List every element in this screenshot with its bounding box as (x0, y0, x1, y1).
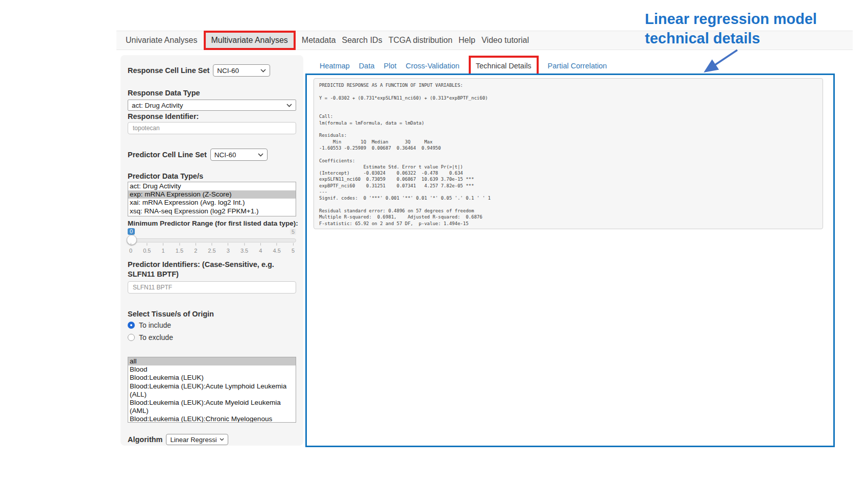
tab-plot[interactable]: Plot (383, 62, 396, 70)
chevron-down-icon (258, 153, 263, 157)
list-item[interactable]: Blood:Leukemia (LEUK):Chronic Myelogenou… (128, 415, 296, 423)
list-item-selected[interactable]: all (128, 357, 296, 365)
radio-label: To exclude (139, 333, 173, 341)
radio-unselected-icon (128, 334, 135, 341)
response-data-type-value: act: Drug Activity (132, 102, 183, 109)
predictor-cell-line-set-label: Predictor Cell Line Set (128, 151, 207, 159)
slider-tick: 3 (227, 243, 230, 255)
algorithm-select[interactable]: Linear Regression (166, 434, 228, 445)
tab-cross-validation[interactable]: Cross-Validation (405, 62, 459, 70)
chevron-down-icon (286, 104, 292, 107)
tab-partial-correlation[interactable]: Partial Correlation (548, 62, 607, 70)
slider-tick: 2 (194, 243, 197, 255)
response-data-type-select[interactable]: act: Drug Activity (128, 100, 296, 111)
annotation-text: Linear regression model technical detail… (645, 9, 818, 48)
slider-tick: 3.5 (240, 243, 248, 255)
tab-technical-details[interactable]: Technical Details (476, 62, 532, 70)
slider-value-badge: 0 (128, 228, 135, 235)
list-item[interactable]: Blood (128, 365, 296, 374)
nav-item-search-ids[interactable]: Search IDs (342, 36, 382, 45)
annotation-line1: Linear regression model (645, 9, 818, 29)
predictor-cell-line-set-select[interactable]: NCI-60 (210, 149, 268, 161)
predictor-identifiers-value: SLFN11 BPTF (133, 284, 172, 291)
regression-output-text: PREDICTED RESPONSE AS A FUNCTION OF INPU… (319, 82, 817, 227)
predictor-identifiers-label: Predictor Identifiers: (Case-Sensitive, … (128, 260, 291, 279)
response-cell-line-set-label: Response Cell Line Set (128, 66, 209, 75)
slider-tick: 4.5 (273, 243, 281, 255)
annotation-arrow-icon (698, 47, 744, 77)
slider-tick: 4 (259, 243, 262, 255)
regression-output-box: PREDICTED RESPONSE AS A FUNCTION OF INPU… (314, 78, 823, 229)
min-predictor-range-label: Minimum Predictor Range (for first liste… (128, 219, 296, 227)
predictor-identifiers-input[interactable]: SLFN11 BPTF (128, 281, 296, 294)
list-item[interactable]: Blood:Leukemia (LEUK):Acute Lymphoid Leu… (128, 382, 296, 399)
list-item[interactable]: act: Drug Activity (128, 182, 296, 190)
response-identifier-label: Response Identifier: (128, 112, 296, 120)
nav-item-tcga-distribution[interactable]: TCGA distribution (389, 36, 452, 45)
results-tab-bar: Heatmap Data Plot Cross-Validation Techn… (314, 56, 607, 76)
slider-tick: 5 (292, 243, 295, 255)
slider-max-label: 5 (290, 229, 296, 235)
response-cell-line-set-select[interactable]: NCI-60 (213, 64, 270, 77)
list-item[interactable]: Blood:Leukemia (LEUK):Acute Myeloid Leuk… (128, 399, 296, 415)
technical-details-panel: PREDICTED RESPONSE AS A FUNCTION OF INPU… (305, 74, 835, 447)
tab-data[interactable]: Data (359, 62, 375, 70)
analysis-settings-sidebar: Response Cell Line Set NCI-60 Response D… (120, 55, 303, 446)
red-highlight-box-nav: Multivariate Analyses (204, 31, 296, 50)
response-cell-line-set-value: NCI-60 (217, 67, 239, 75)
chevron-down-icon (260, 69, 266, 72)
algorithm-value: Linear Regression (170, 436, 216, 444)
list-item[interactable]: Blood:Leukemia (LEUK) (128, 374, 296, 382)
nav-item-metadata[interactable]: Metadata (302, 36, 336, 45)
algorithm-label: Algorithm (128, 435, 162, 444)
tab-heatmap[interactable]: Heatmap (320, 62, 350, 70)
radio-label: To include (139, 321, 171, 329)
page: Univariate Analyses Multivariate Analyse… (0, 0, 868, 488)
slider-tick: 2.5 (208, 243, 215, 255)
response-identifier-input[interactable]: topotecan (128, 122, 296, 134)
nav-item-univariate-analyses[interactable]: Univariate Analyses (126, 36, 198, 45)
slider-track[interactable] (128, 238, 296, 242)
predictor-data-types-label: Predictor Data Type/s (128, 172, 296, 180)
predictor-data-types-listbox: act: Drug Activity exp: mRNA Expression … (128, 182, 296, 216)
slider-grid: 0 0.5 1 1.5 2 2.5 3 3.5 4 4.5 5 (131, 243, 293, 253)
response-data-type-label: Response Data Type (128, 89, 296, 97)
radio-to-exclude[interactable]: To exclude (128, 333, 296, 341)
response-identifier-value: topotecan (133, 125, 160, 132)
nav-item-video-tutorial[interactable]: Video tutorial (481, 36, 529, 45)
red-highlight-box-tab: Technical Details (469, 56, 539, 76)
radio-to-include[interactable]: To include (128, 321, 296, 329)
list-item[interactable]: xai: mRNA Expression (Avg. log2 Int.) (128, 199, 296, 207)
chevron-down-icon (220, 438, 224, 441)
slider-tick: 1 (162, 243, 165, 255)
tissue-origin-label: Select Tissue/s of Origin (128, 310, 296, 318)
min-predictor-range-slider[interactable]: 0 5 0 0.5 1 1.5 2 2.5 3 3.5 4 4.5 5 (128, 228, 296, 254)
nav-item-help[interactable]: Help (459, 36, 475, 45)
predictor-cell-line-set-value: NCI-60 (214, 151, 236, 159)
radio-selected-icon (128, 322, 135, 329)
slider-tick: 0 (129, 243, 132, 255)
slider-tick: 0.5 (143, 243, 151, 255)
list-item-selected[interactable]: exp: mRNA Expression (Z-Score) (128, 190, 296, 199)
annotation-line2: technical details (645, 29, 818, 48)
tissue-origin-listbox: all Blood Blood:Leukemia (LEUK) Blood:Le… (128, 357, 296, 423)
slider-tick: 1.5 (176, 243, 183, 255)
nav-item-multivariate-analyses[interactable]: Multivariate Analyses (211, 36, 288, 45)
list-item[interactable]: xsq: RNA-seq Expression (log2 FPKM+1.) (128, 207, 296, 215)
